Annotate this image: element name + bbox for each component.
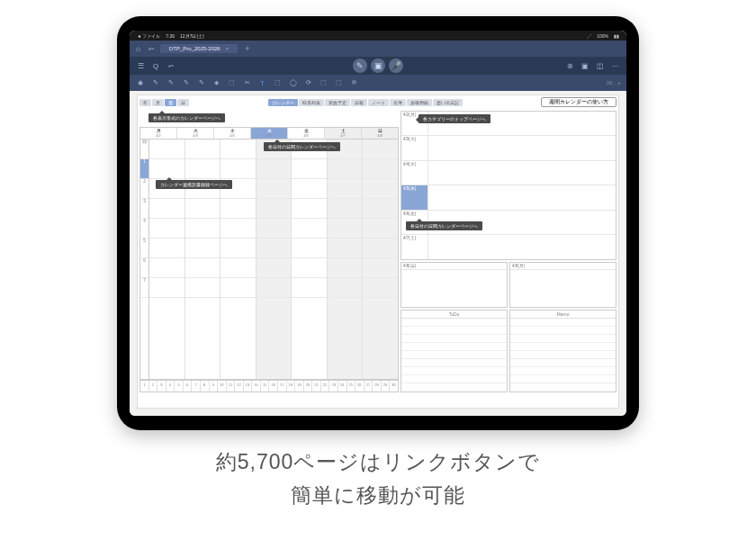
status-back-app[interactable]: ◄ ファイル: [137, 33, 160, 39]
tool-icon[interactable]: ⬚: [319, 78, 328, 88]
day-number-cell[interactable]: 1: [140, 381, 149, 392]
day-number-cell[interactable]: 22: [321, 381, 330, 392]
day-number-cell[interactable]: 20: [304, 381, 313, 392]
mic-icon[interactable]: 🎤: [389, 58, 403, 73]
pen-icon[interactable]: ✎: [196, 78, 206, 88]
new-tab-button[interactable]: +: [241, 44, 253, 53]
daily-label[interactable]: 4/4(水): [401, 161, 428, 184]
hour-label[interactable]: 7: [140, 278, 148, 298]
tool-icon[interactable]: ⬚: [334, 78, 344, 88]
page-indicator[interactable]: 28/… ▸: [607, 80, 621, 86]
day-number-cell[interactable]: 10: [218, 381, 227, 392]
add-icon[interactable]: ⊕: [564, 60, 575, 71]
nav-tab[interactable]: 名簿: [390, 99, 406, 106]
back-icon[interactable]: ⤺: [147, 44, 157, 54]
day-number-cell[interactable]: 21: [312, 381, 321, 392]
week-day-header[interactable]: 金4/6: [288, 128, 325, 139]
tool-icon[interactable]: ◉: [135, 78, 145, 88]
week-day-header[interactable]: 水4/4: [214, 128, 251, 139]
day-number-cell[interactable]: 18: [287, 381, 296, 392]
day-number-cell[interactable]: 13: [244, 381, 253, 392]
daily-box-label[interactable]: 4/8(日): [401, 263, 507, 270]
view-mode-row: 年 月 週 日 カレンダー 時系列表 家族予定 日報 ノート 名簿 原稿用紙 思…: [138, 95, 618, 109]
day-number-cell[interactable]: 24: [338, 381, 347, 392]
day-number-cell[interactable]: 11: [227, 381, 236, 392]
week-day-header[interactable]: 火4/3: [177, 128, 214, 139]
memo-box[interactable]: Memo: [509, 310, 616, 392]
daily-box-label[interactable]: 4/9(月): [510, 263, 616, 270]
day-number-cell[interactable]: 7: [192, 381, 201, 392]
pen-icon[interactable]: ✎: [166, 78, 176, 88]
share-icon[interactable]: ◫: [595, 60, 606, 71]
more-icon[interactable]: ⋯: [610, 60, 621, 71]
daily-label-selected[interactable]: 4/5(木): [401, 185, 428, 209]
hour-label[interactable]: 6: [140, 258, 148, 278]
draw-mode-icon[interactable]: ✎: [353, 58, 367, 73]
nav-tab[interactable]: 原稿用紙: [407, 99, 432, 106]
day-number-cell[interactable]: 2: [149, 381, 158, 392]
day-number-cell[interactable]: 29: [382, 381, 391, 392]
document-tab[interactable]: DTP_Pro_2025-2026 ×: [160, 44, 238, 53]
day-number-cell[interactable]: 16: [269, 381, 278, 392]
page-canvas-area[interactable]: 年 月 週 日 カレンダー 時系列表 家族予定 日報 ノート 名簿 原稿用紙 思…: [130, 91, 626, 416]
shape-icon[interactable]: ⬚: [273, 78, 283, 88]
hour-label[interactable]: 3: [140, 199, 148, 219]
day-number-cell[interactable]: 15: [261, 381, 270, 392]
pen-icon[interactable]: ✎: [150, 78, 160, 88]
day-number-cell[interactable]: 9: [210, 381, 219, 392]
day-number-cell[interactable]: 6: [184, 381, 193, 392]
nav-week[interactable]: 週: [165, 99, 176, 106]
stamp-icon[interactable]: ◯: [288, 78, 298, 88]
day-number-cell[interactable]: 30: [390, 381, 398, 392]
nav-tab[interactable]: 家族予定: [325, 99, 350, 106]
nav-tab[interactable]: 時系列表: [299, 99, 324, 106]
highlight-icon[interactable]: ⬚: [227, 78, 237, 88]
day-number-cell[interactable]: 19: [295, 381, 304, 392]
day-number-cell[interactable]: 23: [329, 381, 338, 392]
insert-icon[interactable]: ▣: [371, 58, 385, 73]
daily-label[interactable]: 4/7(土): [401, 235, 428, 258]
day-number-cell[interactable]: 12: [235, 381, 244, 392]
day-number-cell[interactable]: 8: [201, 381, 210, 392]
nav-tab[interactable]: カレンダー: [268, 99, 298, 106]
eraser-icon[interactable]: ◈: [212, 78, 221, 88]
day-number-cell[interactable]: 26: [356, 381, 364, 392]
nav-tab[interactable]: ノート: [368, 99, 389, 106]
hour-label-selected[interactable]: 1: [140, 159, 148, 179]
nav-tab[interactable]: 思い出日記: [433, 99, 463, 106]
hour-label[interactable]: 朝: [140, 140, 148, 159]
day-number-cell[interactable]: 28: [373, 381, 382, 392]
text-icon[interactable]: T: [257, 78, 267, 88]
nav-day[interactable]: 日: [177, 99, 189, 106]
week-day-header[interactable]: 月4/2: [140, 128, 177, 139]
day-number-cell[interactable]: 14: [252, 381, 261, 392]
week-day-header[interactable]: 土4/7: [325, 128, 362, 139]
nav-tab[interactable]: 日報: [351, 99, 367, 106]
day-number-cell[interactable]: 17: [278, 381, 287, 392]
hour-label[interactable]: 4: [140, 219, 148, 238]
hour-label[interactable]: 2: [140, 179, 148, 199]
bookmark-icon[interactable]: ▣: [580, 60, 590, 71]
week-day-header-selected[interactable]: 木4/5: [251, 128, 288, 139]
undo-icon[interactable]: ⤺: [166, 60, 176, 71]
search-icon[interactable]: Q: [150, 60, 161, 71]
help-button[interactable]: 週間カレンダーの使い方: [541, 97, 616, 107]
home-icon[interactable]: ⌂: [133, 44, 143, 54]
tool-icon[interactable]: ℗: [349, 78, 359, 88]
day-number-cell[interactable]: 27: [364, 381, 374, 392]
close-icon[interactable]: ×: [226, 46, 230, 51]
nav-month[interactable]: 月: [152, 99, 164, 106]
lasso-icon[interactable]: ✂: [242, 78, 252, 88]
todo-box[interactable]: ToDo: [400, 310, 508, 392]
day-number-cell[interactable]: 25: [347, 381, 356, 392]
week-day-header[interactable]: 日4/8: [362, 128, 398, 139]
nav-year[interactable]: 年: [140, 99, 151, 106]
menu-icon[interactable]: ☰: [135, 60, 146, 71]
day-number-cell[interactable]: 5: [175, 381, 184, 392]
hour-label[interactable]: 5: [140, 238, 148, 258]
daily-label[interactable]: 4/3(火): [401, 136, 428, 159]
day-number-cell[interactable]: 4: [166, 381, 176, 392]
day-number-cell[interactable]: 3: [158, 381, 166, 392]
pen-icon[interactable]: ✎: [181, 78, 191, 88]
ruler-icon[interactable]: ⟳: [303, 78, 313, 88]
